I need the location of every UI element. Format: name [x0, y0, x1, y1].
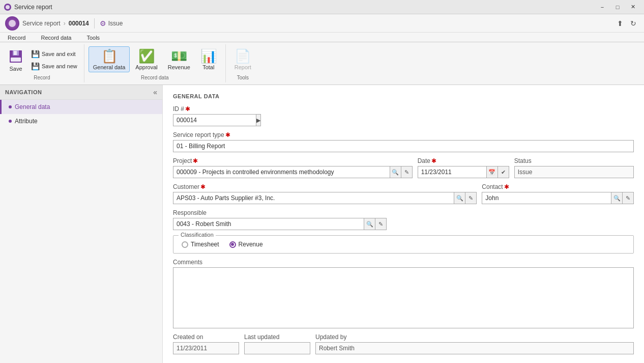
general-data-icon: 📋 [101, 48, 118, 64]
project-label: Project ✱ [173, 157, 413, 164]
id-row: ID # ✱ ▶ [173, 105, 634, 126]
customer-input-group: 🔍 ✎ [173, 192, 477, 204]
customer-required: ✱ [200, 183, 206, 190]
comments-textarea[interactable] [173, 267, 634, 328]
comments-field: Comments [173, 259, 634, 328]
approval-button[interactable]: ✅ Approval [131, 46, 162, 72]
radio-timesheet-circle [182, 241, 188, 248]
svg-rect-2 [14, 51, 17, 55]
save-and-new-icon: 💾 [31, 62, 40, 70]
last-updated-input [244, 342, 310, 354]
comments-label: Comments [173, 259, 634, 266]
nav-title: NAVIGATION [5, 89, 42, 95]
contact-field: Contact ✱ 🔍 ✎ [482, 183, 634, 204]
date-calendar-button[interactable]: 📅 [487, 166, 498, 178]
responsible-edit-button[interactable]: ✎ [375, 218, 387, 230]
customer-input[interactable] [173, 192, 454, 204]
title-bar-text: Service report [14, 4, 52, 11]
responsible-row: Responsible 🔍 ✎ [173, 209, 634, 230]
id-arrow-button[interactable]: ▶ [256, 114, 261, 126]
id-field: ID # ✱ ▶ [173, 105, 244, 126]
contact-edit-button[interactable]: ✎ [623, 192, 634, 204]
service-report-type-input[interactable] [173, 140, 634, 152]
refresh-button[interactable]: ↻ [628, 18, 639, 29]
date-input[interactable] [418, 166, 487, 178]
created-on-label: Created on [173, 333, 239, 341]
date-input-group: 📅 ✔ [418, 166, 509, 178]
close-button[interactable]: ✕ [626, 2, 640, 12]
ribbon-group-record: Save 💾 Save and exit 💾 Save and new Reco… [0, 44, 84, 82]
radio-revenue[interactable]: Revenue [229, 241, 263, 248]
nav-item-general-data[interactable]: General data [0, 100, 162, 114]
service-type-required: ✱ [225, 131, 230, 138]
tab-record[interactable]: Record [0, 33, 33, 42]
content-area: GENERAL DATA ID # ✱ ▶ Service report typ… [163, 85, 644, 363]
tab-record-data[interactable]: Record data [33, 33, 79, 42]
ribbon-group-tools-label: Tools [237, 74, 249, 80]
save-and-exit-label: Save and exit [42, 51, 76, 57]
ribbon-record-data-btns: 📋 General data ✅ Approval 💵 Revenue 📊 To… [89, 46, 221, 72]
issue-badge: ⚙ Issue [100, 19, 123, 27]
svg-rect-3 [11, 58, 21, 62]
ribbon-group-record-inner: Save 💾 Save and exit 💾 Save and new [4, 46, 80, 74]
nav-collapse-button[interactable]: « [153, 88, 157, 96]
revenue-icon: 💵 [171, 48, 187, 64]
responsible-input-group: 🔍 ✎ [173, 218, 387, 230]
customer-edit-button[interactable]: ✎ [465, 192, 477, 204]
nav-item-attribute-label: Attribute [15, 118, 38, 125]
save-button[interactable]: Save [4, 46, 27, 74]
contact-required: ✱ [504, 183, 509, 190]
save-and-new-label: Save and new [42, 63, 77, 69]
nav-item-attribute[interactable]: Attribute [0, 114, 162, 128]
project-edit-button[interactable]: ✎ [401, 166, 413, 178]
nav-up-button[interactable]: ⬆ [614, 18, 626, 29]
last-updated-label: Last updated [244, 333, 310, 341]
project-search-button[interactable]: 🔍 [390, 166, 401, 178]
id-input[interactable] [173, 114, 256, 126]
created-on-field: Created on [173, 333, 239, 354]
save-and-exit-button[interactable]: 💾 Save and exit [28, 48, 80, 60]
radio-revenue-dot [231, 243, 234, 246]
breadcrumb-app[interactable]: Service report [22, 20, 61, 27]
nav-bullet-general-data [9, 105, 12, 108]
minimize-button[interactable]: − [595, 2, 609, 12]
responsible-search-button[interactable]: 🔍 [364, 218, 375, 230]
service-report-type-field: Service report type ✱ [173, 131, 634, 152]
id-label: ID # ✱ [173, 105, 244, 113]
total-label: Total [202, 64, 214, 70]
revenue-button[interactable]: 💵 Revenue [163, 46, 195, 72]
last-updated-field: Last updated [244, 333, 310, 354]
nav-item-general-data-label: General data [15, 103, 50, 110]
radio-revenue-circle [229, 241, 236, 248]
id-input-group: ▶ [173, 114, 244, 126]
maximize-button[interactable]: □ [610, 2, 625, 12]
status-input [514, 166, 634, 178]
general-data-button[interactable]: 📋 General data [89, 46, 130, 72]
issue-label: Issue [108, 20, 123, 27]
ribbon-tabs: Record Record data Tools [0, 33, 644, 42]
responsible-label: Responsible [173, 209, 387, 216]
project-field: Project ✱ 🔍 ✎ [173, 157, 413, 178]
radio-timesheet[interactable]: Timesheet [182, 241, 219, 248]
report-icon: 📄 [235, 48, 251, 64]
contact-search-button[interactable]: 🔍 [611, 192, 623, 204]
tab-tools[interactable]: Tools [79, 33, 107, 42]
service-report-type-label: Service report type ✱ [173, 131, 634, 138]
updated-by-input [315, 342, 634, 354]
ribbon-group-record-data: 📋 General data ✅ Approval 💵 Revenue 📊 To… [84, 44, 226, 82]
customer-search-button[interactable]: 🔍 [454, 192, 465, 204]
contact-input[interactable] [482, 192, 611, 204]
total-button[interactable]: 📊 Total [196, 46, 221, 72]
save-icon [8, 48, 24, 65]
footer-row: Created on Last updated Updated by [173, 333, 634, 354]
responsible-input[interactable] [173, 218, 364, 230]
project-required: ✱ [193, 157, 198, 164]
breadcrumb-divider [94, 18, 95, 29]
report-label: Report [235, 64, 251, 70]
project-input[interactable] [173, 166, 390, 178]
breadcrumb-record: 000014 [69, 20, 89, 27]
report-button[interactable]: 📄 Report [230, 46, 256, 72]
section-title: GENERAL DATA [173, 93, 634, 99]
save-and-new-button[interactable]: 💾 Save and new [28, 61, 80, 72]
date-check-button[interactable]: ✔ [498, 166, 509, 178]
